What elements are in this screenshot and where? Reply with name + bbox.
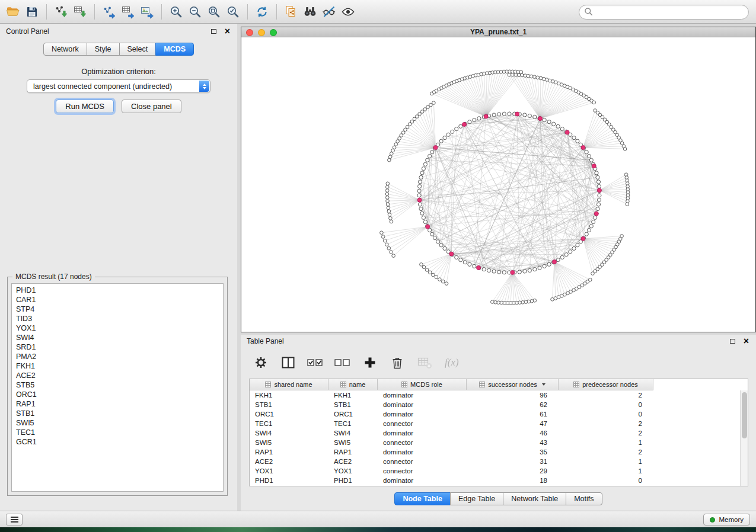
float-panel-icon[interactable] xyxy=(211,29,216,34)
add-button[interactable] xyxy=(361,353,379,372)
unchecked-boxes-button[interactable] xyxy=(333,353,352,372)
close-panel-icon[interactable]: × xyxy=(225,28,230,35)
table-row[interactable]: SWI4SWI4dominator462 xyxy=(250,428,748,438)
tab-style[interactable]: Style xyxy=(87,43,120,56)
table-grid-icon xyxy=(573,382,579,387)
close-panel-button[interactable]: Close panel xyxy=(122,100,181,113)
binoculars-button[interactable] xyxy=(301,2,320,21)
tab-edge-table[interactable]: Edge Table xyxy=(450,492,503,505)
column-header-mcds-role[interactable]: MCDS role xyxy=(378,379,467,390)
hide-glasses-button[interactable] xyxy=(320,2,339,21)
column-header-shared-name[interactable]: shared name xyxy=(250,379,328,390)
tab-network-table[interactable]: Network Table xyxy=(503,492,566,505)
fx-button[interactable]: f(x) xyxy=(442,353,461,372)
cell-shared-name: FKH1 xyxy=(250,390,328,400)
table-row[interactable]: ORC1ORC1dominator610 xyxy=(250,409,748,419)
tab-node-table[interactable]: Node Table xyxy=(394,492,450,505)
zoom-out-button[interactable] xyxy=(186,2,205,21)
show-eye-button[interactable] xyxy=(339,2,358,21)
delete-table-button[interactable] xyxy=(415,353,434,372)
mcds-result-item[interactable]: ORC1 xyxy=(12,390,223,399)
mcds-result-item[interactable]: STB1 xyxy=(12,409,223,418)
export-table-button[interactable] xyxy=(119,2,138,21)
search-input[interactable] xyxy=(596,7,748,18)
import-table-button[interactable] xyxy=(71,2,90,21)
table-panel-header: Table Panel × xyxy=(241,335,756,348)
toolbar-separator xyxy=(46,4,47,20)
column-header-name[interactable]: name xyxy=(328,379,378,390)
zoom-selected-button[interactable] xyxy=(224,2,243,21)
table-row[interactable]: STB1STB1dominator620 xyxy=(250,400,748,409)
column-header-successor-nodes[interactable]: successor nodes xyxy=(467,379,559,390)
cell-mcds-role: connector xyxy=(378,457,467,466)
cell-predecessor-nodes: 0 xyxy=(559,476,653,485)
search-box[interactable] xyxy=(579,5,749,20)
mcds-result-item[interactable]: SWI5 xyxy=(12,418,223,428)
mcds-result-item[interactable]: ACE2 xyxy=(12,371,223,380)
float-table-panel-icon[interactable] xyxy=(730,339,735,344)
mcds-result-item[interactable]: TEC1 xyxy=(12,428,223,437)
mcds-result-group: MCDS result (17 nodes) PHD1CAR1STP4TID3Y… xyxy=(7,277,228,496)
optimization-dropdown[interactable]: largest connected component (undirected) xyxy=(27,79,210,93)
mcds-result-item[interactable]: STB5 xyxy=(12,380,223,390)
import-table-icon xyxy=(73,5,87,19)
gear-button[interactable] xyxy=(251,353,270,372)
export-network-button[interactable] xyxy=(100,2,119,21)
import-network-button[interactable] xyxy=(52,2,71,21)
save-button[interactable] xyxy=(23,2,42,21)
table-row[interactable]: FKH1FKH1dominator962 xyxy=(250,390,748,400)
close-table-panel-icon[interactable]: × xyxy=(744,338,749,345)
column-header-label: name xyxy=(349,381,366,388)
mcds-result-item[interactable]: CAR1 xyxy=(12,295,223,305)
zoom-fit-icon xyxy=(207,5,221,19)
mcds-result-item[interactable]: FKH1 xyxy=(12,361,223,371)
tab-mcds[interactable]: MCDS xyxy=(155,43,194,56)
mcds-result-item[interactable]: PMA2 xyxy=(12,352,223,361)
table-row[interactable]: SWI5SWI5connector431 xyxy=(250,438,748,447)
mcds-result-item[interactable]: SRD1 xyxy=(12,342,223,352)
mcds-result-item[interactable]: PHD1 xyxy=(12,286,223,295)
open-folder-icon xyxy=(6,5,20,19)
zoom-fit-button[interactable] xyxy=(205,2,224,21)
task-history-button[interactable] xyxy=(6,514,23,525)
tab-network[interactable]: Network xyxy=(43,43,87,56)
table-row[interactable]: TEC1TEC1connector472 xyxy=(250,419,748,428)
mcds-result-item[interactable]: GCR1 xyxy=(12,437,223,447)
network-window-titlebar[interactable]: YPA_prune.txt_1 xyxy=(241,27,755,37)
table-row[interactable]: YOX1YOX1connector291 xyxy=(250,466,748,476)
tab-select[interactable]: Select xyxy=(119,43,157,56)
open-folder-button[interactable] xyxy=(4,2,23,21)
trash-icon xyxy=(391,355,404,370)
columns-button[interactable] xyxy=(279,353,298,372)
network-view[interactable] xyxy=(241,38,755,332)
column-header-predecessor-nodes[interactable]: predecessor nodes xyxy=(559,379,653,390)
table-row[interactable]: PHD1PHD1dominator180 xyxy=(250,476,748,485)
memory-button[interactable]: Memory xyxy=(703,514,750,525)
cell-shared-name: SWI5 xyxy=(250,438,328,447)
zoom-in-button[interactable] xyxy=(167,2,186,21)
tab-motifs[interactable]: Motifs xyxy=(566,492,602,505)
cell-successor-nodes: 96 xyxy=(467,390,559,400)
table-scrollbar[interactable] xyxy=(740,390,748,486)
table-scrollbar-thumb[interactable] xyxy=(742,392,747,438)
mcds-result-item[interactable]: STP4 xyxy=(12,305,223,314)
mcds-result-item[interactable]: TID3 xyxy=(12,314,223,323)
unchecked-boxes-icon xyxy=(334,356,352,369)
table-row[interactable]: RAP1RAP1dominator352 xyxy=(250,447,748,457)
mcds-result-list[interactable]: PHD1CAR1STP4TID3YOX1SWI4SRD1PMA2FKH1ACE2… xyxy=(11,283,224,492)
checked-boxes-button[interactable] xyxy=(306,353,325,372)
table-grid-icon xyxy=(401,382,407,387)
mcds-result-item[interactable]: YOX1 xyxy=(12,323,223,333)
trash-button[interactable] xyxy=(388,353,407,372)
mcds-result-item[interactable]: RAP1 xyxy=(12,399,223,409)
export-image-button[interactable] xyxy=(138,2,157,21)
cell-mcds-role: dominator xyxy=(378,476,467,485)
cell-successor-nodes: 61 xyxy=(467,409,559,419)
table-row[interactable]: ACE2ACE2connector311 xyxy=(250,457,748,466)
delete-table-icon xyxy=(417,355,432,370)
run-mcds-button[interactable]: Run MCDS xyxy=(56,100,114,113)
binoculars-icon xyxy=(303,5,317,19)
refresh-button[interactable] xyxy=(253,2,272,21)
mcds-result-item[interactable]: SWI4 xyxy=(12,333,223,342)
share-clipboard-button[interactable] xyxy=(282,2,301,21)
